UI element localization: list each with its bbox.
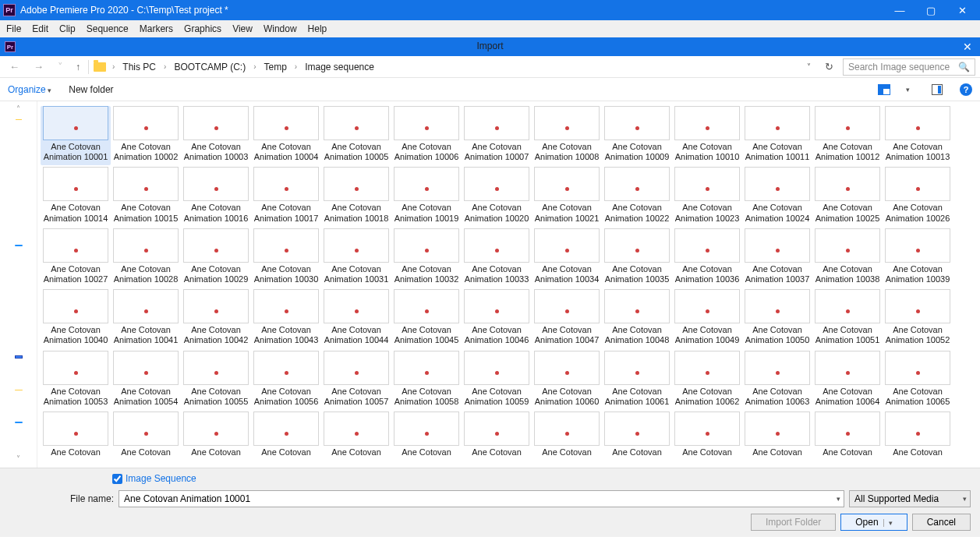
- open-button[interactable]: Open▾: [840, 514, 907, 531]
- file-item[interactable]: Ane Cotovan Animation 10024: [742, 167, 812, 226]
- file-item[interactable]: Ane Cotovan Animation 10067: [111, 412, 181, 457]
- file-item[interactable]: Ane Cotovan Animation 10014: [41, 167, 111, 226]
- thispc-icon[interactable]: [15, 355, 23, 358]
- import-folder-button[interactable]: Import Folder: [751, 514, 836, 531]
- crumb-sep[interactable]: ›: [252, 62, 257, 71]
- address-dropdown[interactable]: ˅: [802, 62, 815, 71]
- file-item[interactable]: Ane Cotovan Animation 10016: [181, 167, 251, 226]
- organize-button[interactable]: Organize: [8, 84, 51, 95]
- file-item[interactable]: Ane Cotovan Animation 10050: [742, 289, 812, 348]
- file-item[interactable]: Ane Cotovan Animation 10053: [41, 351, 111, 410]
- file-item[interactable]: Ane Cotovan Animation 10010: [672, 106, 742, 165]
- file-item[interactable]: Ane Cotovan Animation 10052: [883, 289, 953, 348]
- file-item[interactable]: Ane Cotovan Animation 10037: [742, 228, 812, 288]
- file-item[interactable]: Ane Cotovan Animation 10028: [111, 228, 181, 288]
- up-button[interactable]: ↑: [73, 62, 83, 72]
- file-item[interactable]: Ane Cotovan Animation 10062: [672, 351, 742, 410]
- file-item[interactable]: Ane Cotovan Animation 10003: [181, 106, 251, 165]
- maximize-button[interactable]: ▢: [922, 5, 939, 16]
- file-item[interactable]: Ane Cotovan Animation 10061: [602, 351, 672, 410]
- file-item[interactable]: Ane Cotovan Animation 10072: [462, 412, 532, 457]
- file-item[interactable]: Ane Cotovan Animation 10070: [321, 412, 391, 457]
- file-item[interactable]: Ane Cotovan Animation 10012: [812, 106, 883, 165]
- navpane-scroll-down[interactable]: ˅: [16, 454, 20, 463]
- file-item[interactable]: Ane Cotovan Animation 10002: [111, 106, 181, 165]
- file-item[interactable]: Ane Cotovan Animation 10011: [742, 106, 812, 165]
- file-item[interactable]: Ane Cotovan Animation 10054: [111, 351, 181, 410]
- file-item[interactable]: Ane Cotovan Animation 10074: [602, 412, 672, 457]
- file-item[interactable]: Ane Cotovan Animation 10034: [532, 228, 602, 288]
- file-item[interactable]: Ane Cotovan Animation 10045: [391, 289, 462, 348]
- crumb-bootcamp[interactable]: BOOTCAMP (C:): [172, 62, 247, 72]
- crumb-thispc[interactable]: This PC: [121, 62, 157, 72]
- file-item[interactable]: Ane Cotovan Animation 10005: [321, 106, 391, 165]
- menu-file[interactable]: File: [2, 22, 26, 36]
- file-item[interactable]: Ane Cotovan Animation 10042: [181, 289, 251, 348]
- search-input[interactable]: Search Image sequence 🔍: [843, 58, 975, 76]
- menu-markers[interactable]: Markers: [135, 22, 178, 36]
- folder-nav-icon[interactable]: [15, 390, 23, 391]
- view-mode-icon[interactable]: [878, 84, 890, 95]
- preview-pane-toggle[interactable]: [932, 84, 943, 95]
- file-item[interactable]: Ane Cotovan Animation 10022: [602, 167, 672, 226]
- file-item[interactable]: Ane Cotovan Animation 10025: [812, 167, 883, 226]
- back-button[interactable]: ←: [5, 61, 24, 72]
- file-item[interactable]: Ane Cotovan Animation 10015: [111, 167, 181, 226]
- menu-view[interactable]: View: [228, 22, 257, 36]
- close-button[interactable]: ✕: [953, 5, 971, 16]
- menu-clip[interactable]: Clip: [55, 22, 80, 36]
- crumb-sep[interactable]: ›: [162, 62, 168, 71]
- file-item[interactable]: Ane Cotovan Animation 10077: [812, 412, 883, 457]
- file-item[interactable]: Ane Cotovan Animation 10071: [391, 412, 462, 457]
- file-item[interactable]: Ane Cotovan Animation 10032: [391, 228, 462, 288]
- file-item[interactable]: Ane Cotovan Animation 10059: [462, 351, 532, 410]
- file-item[interactable]: Ane Cotovan Animation 10013: [883, 106, 953, 165]
- menu-edit[interactable]: Edit: [27, 22, 53, 36]
- dialog-close-button[interactable]: ✕: [960, 41, 975, 53]
- filename-input[interactable]: Ane Cotovan Animation 10001 ▾: [119, 490, 844, 507]
- file-item[interactable]: Ane Cotovan Animation 10055: [181, 351, 251, 410]
- network-icon[interactable]: [15, 422, 23, 423]
- file-item[interactable]: Ane Cotovan Animation 10058: [391, 351, 462, 410]
- crumb-sep[interactable]: ›: [111, 62, 116, 71]
- file-item[interactable]: Ane Cotovan Animation 10049: [672, 289, 742, 348]
- image-sequence-label[interactable]: Image Sequence: [126, 473, 196, 484]
- file-item[interactable]: Ane Cotovan Animation 10065: [883, 351, 953, 410]
- file-item[interactable]: Ane Cotovan Animation 10001: [41, 106, 111, 165]
- menu-graphics[interactable]: Graphics: [179, 22, 226, 36]
- file-item[interactable]: Ane Cotovan Animation 10040: [41, 289, 111, 348]
- file-item[interactable]: Ane Cotovan Animation 10027: [41, 228, 111, 288]
- navpane-scroll-up[interactable]: ˄: [16, 104, 20, 113]
- file-item[interactable]: Ane Cotovan Animation 10063: [742, 351, 812, 410]
- filename-dropdown-icon[interactable]: ▾: [837, 495, 840, 503]
- file-item[interactable]: Ane Cotovan Animation 10004: [251, 106, 321, 165]
- quickaccess-icon[interactable]: [16, 119, 22, 120]
- crumb-imagesequence[interactable]: Image sequence: [303, 62, 376, 72]
- cancel-button[interactable]: Cancel: [912, 514, 971, 531]
- forward-button[interactable]: →: [29, 61, 48, 72]
- recent-dropdown[interactable]: ˅: [53, 61, 68, 72]
- file-item[interactable]: Ane Cotovan Animation 10044: [321, 289, 391, 348]
- file-item[interactable]: Ane Cotovan Animation 10023: [672, 167, 742, 226]
- help-icon[interactable]: ?: [960, 83, 972, 96]
- file-item[interactable]: Ane Cotovan Animation 10035: [602, 228, 672, 288]
- file-item[interactable]: Ane Cotovan Animation 10069: [251, 412, 321, 457]
- file-item[interactable]: Ane Cotovan Animation 10046: [462, 289, 532, 348]
- file-item[interactable]: Ane Cotovan Animation 10019: [391, 167, 462, 226]
- file-item[interactable]: Ane Cotovan Animation 10036: [672, 228, 742, 288]
- file-item[interactable]: Ane Cotovan Animation 10043: [251, 289, 321, 348]
- file-item[interactable]: Ane Cotovan Animation 10020: [462, 167, 532, 226]
- file-item[interactable]: Ane Cotovan Animation 10007: [462, 106, 532, 165]
- file-item[interactable]: Ane Cotovan Animation 10056: [251, 351, 321, 410]
- file-item[interactable]: Ane Cotovan Animation 10057: [321, 351, 391, 410]
- file-filter-dropdown[interactable]: All Supported Media ▾: [849, 490, 971, 507]
- crumb-temp[interactable]: Temp: [263, 62, 288, 72]
- view-mode-dropdown[interactable]: ▾: [906, 86, 910, 94]
- file-item[interactable]: Ane Cotovan Animation 10068: [181, 412, 251, 457]
- file-item[interactable]: Ane Cotovan Animation 10039: [883, 228, 953, 288]
- file-item[interactable]: Ane Cotovan Animation 10017: [251, 167, 321, 226]
- file-item[interactable]: Ane Cotovan Animation 10060: [532, 351, 602, 410]
- file-item[interactable]: Ane Cotovan Animation 10033: [462, 228, 532, 288]
- file-item[interactable]: Ane Cotovan Animation 10006: [391, 106, 462, 165]
- new-folder-button[interactable]: New folder: [69, 84, 113, 95]
